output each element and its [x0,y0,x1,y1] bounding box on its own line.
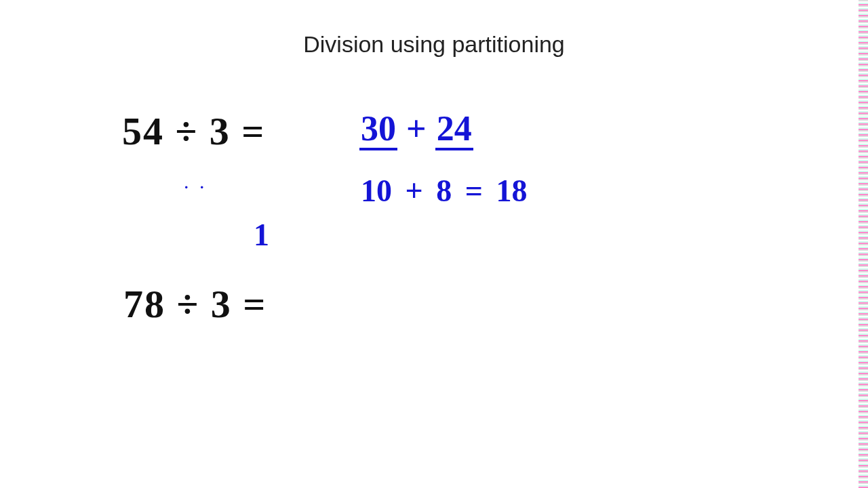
partition-part-b: 24 [435,109,473,150]
problem-1-partition: 30 + 24 [359,108,473,148]
stray-dots: . . [184,175,208,192]
partition-part-a: 30 [359,109,397,150]
scan-noise-strip [859,0,868,488]
problem-1-quotient-line: 10 + 8 = 18 [361,173,527,209]
partition-plus: + [406,109,427,148]
whiteboard-canvas: Division using partitioning 54 ÷ 3 = 30 … [0,0,868,488]
problem-2-expression: 78 ÷ 3 = [123,281,267,327]
problem-1-expression: 54 ÷ 3 = [122,108,265,154]
page-title: Division using partitioning [0,31,868,58]
stray-stroke: 1 [254,217,269,253]
